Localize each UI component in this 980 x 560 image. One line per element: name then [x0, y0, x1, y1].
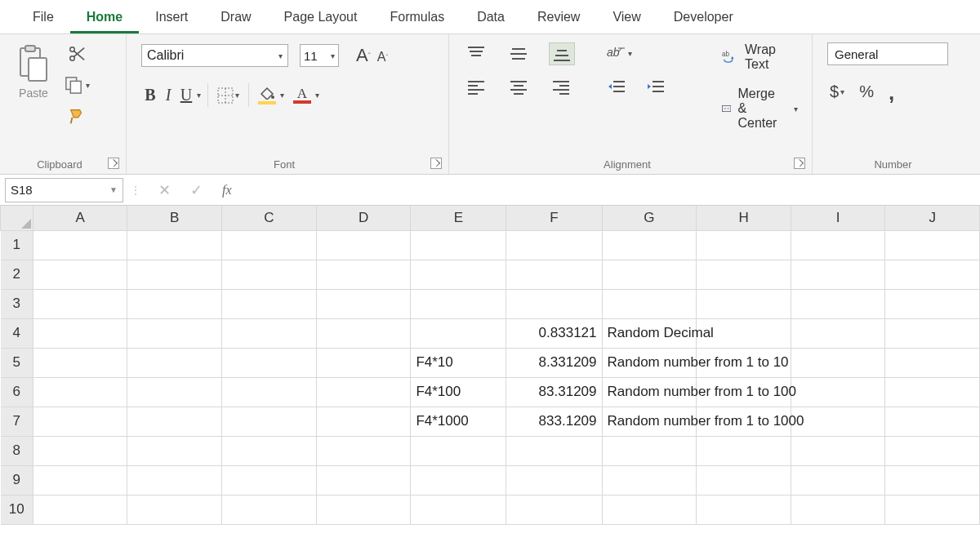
- cell-J3[interactable]: [885, 289, 980, 318]
- cell-G1[interactable]: [602, 230, 697, 260]
- column-header-A[interactable]: A: [33, 206, 127, 230]
- cell-G4[interactable]: Random Decimal: [602, 318, 697, 348]
- tab-view[interactable]: View: [596, 2, 657, 33]
- clipboard-launcher[interactable]: [108, 158, 119, 169]
- column-header-H[interactable]: H: [697, 206, 791, 230]
- cell-J7[interactable]: [885, 407, 980, 436]
- column-header-I[interactable]: I: [791, 206, 884, 230]
- cell-C4[interactable]: [222, 318, 317, 348]
- cell-B6[interactable]: [127, 377, 222, 407]
- cell-A8[interactable]: [33, 436, 127, 465]
- select-all-cell[interactable]: [1, 206, 33, 230]
- column-header-D[interactable]: D: [316, 206, 411, 230]
- cell-C10[interactable]: [222, 495, 317, 524]
- cell-B4[interactable]: [127, 318, 222, 348]
- cell-E2[interactable]: [411, 260, 506, 289]
- cell-J6[interactable]: [885, 377, 980, 407]
- cell-I8[interactable]: [791, 436, 884, 465]
- cell-A2[interactable]: [33, 260, 127, 289]
- tab-draw[interactable]: Draw: [204, 2, 267, 33]
- accounting-format-button[interactable]: $ ▾: [827, 80, 847, 104]
- cell-B8[interactable]: [127, 436, 222, 465]
- tab-data[interactable]: Data: [461, 2, 521, 33]
- row-header-10[interactable]: 10: [1, 495, 33, 524]
- merge-center-button[interactable]: Merge & Center ▾: [722, 87, 798, 131]
- align-right-button[interactable]: [549, 77, 573, 98]
- cell-I1[interactable]: [791, 230, 884, 260]
- cell-D6[interactable]: [316, 377, 411, 407]
- tab-formulas[interactable]: Formulas: [373, 2, 461, 33]
- cell-B7[interactable]: [127, 407, 222, 436]
- underline-button[interactable]: U: [177, 83, 195, 107]
- cell-H8[interactable]: [697, 436, 791, 465]
- cell-E5[interactable]: F4*10: [411, 348, 506, 377]
- cell-H2[interactable]: [697, 260, 791, 289]
- cell-F4[interactable]: 0.833121: [506, 318, 602, 348]
- increase-indent-button[interactable]: [644, 77, 668, 98]
- column-header-B[interactable]: B: [127, 206, 222, 230]
- cell-E9[interactable]: [411, 465, 506, 495]
- cell-F2[interactable]: [506, 260, 602, 289]
- cell-E3[interactable]: [411, 289, 506, 318]
- row-header-3[interactable]: 3: [1, 289, 33, 318]
- align-middle-button[interactable]: [506, 42, 531, 65]
- cell-I3[interactable]: [791, 289, 884, 318]
- tab-home[interactable]: Home: [70, 2, 139, 33]
- cell-E7[interactable]: F4*1000: [411, 407, 506, 436]
- fill-color-button[interactable]: [256, 84, 278, 107]
- tab-file[interactable]: File: [16, 2, 70, 33]
- cell-F3[interactable]: [506, 289, 602, 318]
- cell-D9[interactable]: [316, 465, 411, 495]
- cell-I9[interactable]: [791, 465, 884, 495]
- cell-I6[interactable]: [791, 377, 884, 407]
- cell-E10[interactable]: [411, 495, 506, 524]
- cell-A3[interactable]: [33, 289, 127, 318]
- cell-D7[interactable]: [316, 407, 411, 436]
- cell-H1[interactable]: [697, 230, 791, 260]
- cell-C1[interactable]: [222, 230, 317, 260]
- cell-I7[interactable]: [791, 407, 884, 436]
- font-family-select[interactable]: Calibri ▾: [141, 44, 288, 67]
- cell-B10[interactable]: [127, 495, 222, 524]
- column-header-E[interactable]: E: [411, 206, 506, 230]
- cell-H7[interactable]: [697, 407, 791, 436]
- cell-C8[interactable]: [222, 436, 317, 465]
- column-header-C[interactable]: C: [222, 206, 317, 230]
- cell-J2[interactable]: [885, 260, 980, 289]
- grid[interactable]: ABCDEFGHIJ12340.833121Random Decimal5F4*…: [0, 206, 980, 560]
- cell-E6[interactable]: F4*100: [411, 377, 506, 407]
- cell-J5[interactable]: [885, 348, 980, 377]
- cell-I2[interactable]: [791, 260, 884, 289]
- cell-G8[interactable]: [602, 436, 697, 465]
- cell-C9[interactable]: [222, 465, 317, 495]
- borders-button[interactable]: ▾: [215, 85, 242, 106]
- cell-C6[interactable]: [222, 377, 317, 407]
- cell-F9[interactable]: [506, 465, 602, 495]
- cell-E8[interactable]: [411, 436, 506, 465]
- cell-F10[interactable]: [506, 495, 602, 524]
- cell-A9[interactable]: [33, 465, 127, 495]
- cell-H4[interactable]: [697, 318, 791, 348]
- cell-D8[interactable]: [316, 436, 411, 465]
- cell-A4[interactable]: [33, 318, 127, 348]
- cell-H6[interactable]: [697, 377, 791, 407]
- cell-I5[interactable]: [791, 348, 884, 377]
- column-header-J[interactable]: J: [885, 206, 980, 230]
- paste-button[interactable]: Paste: [15, 42, 52, 102]
- decrease-indent-button[interactable]: [604, 77, 629, 98]
- cell-A5[interactable]: [33, 348, 127, 377]
- italic-button[interactable]: I: [159, 83, 177, 107]
- cell-A6[interactable]: [33, 377, 127, 407]
- number-format-select[interactable]: General: [827, 42, 948, 65]
- align-top-button[interactable]: [464, 42, 488, 65]
- comma-format-button[interactable]: ,: [886, 90, 897, 95]
- font-launcher[interactable]: [430, 158, 442, 169]
- cell-I10[interactable]: [791, 495, 884, 524]
- cell-D1[interactable]: [316, 230, 411, 260]
- row-header-7[interactable]: 7: [1, 407, 33, 436]
- cell-B9[interactable]: [127, 465, 222, 495]
- cell-F7[interactable]: 833.1209: [506, 407, 602, 436]
- cell-B1[interactable]: [127, 230, 222, 260]
- bold-button[interactable]: B: [141, 83, 159, 107]
- column-header-F[interactable]: F: [506, 206, 602, 230]
